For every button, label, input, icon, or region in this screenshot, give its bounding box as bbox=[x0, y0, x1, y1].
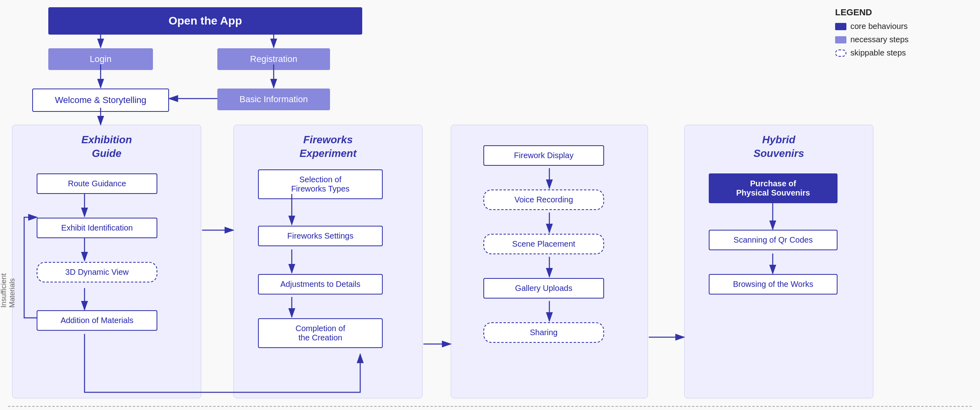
scanning-box: Scanning of Qr Codes bbox=[709, 230, 838, 250]
connection-panel: Firework Display Voice Recording Scene P… bbox=[451, 125, 648, 398]
open-app-bar: Open the App bbox=[48, 7, 362, 35]
hybrid-souvenirs-title: HybridSouvenirs bbox=[685, 133, 873, 161]
diagram-container: Open the App Login Registration Welcome … bbox=[0, 0, 980, 410]
legend-core-icon bbox=[835, 23, 846, 30]
legend-necessary: necessary steps bbox=[835, 35, 968, 44]
exhibit-identification-box: Exhibit Identification bbox=[37, 218, 157, 238]
insufficient-materials-label: InsufficientMaterials bbox=[0, 273, 17, 308]
login-box: Login bbox=[48, 48, 153, 70]
registration-box: Registration bbox=[217, 48, 330, 70]
welcome-box: Welcome & Storytelling bbox=[32, 89, 169, 112]
scene-placement-box: Scene Placement bbox=[483, 234, 604, 254]
legend-necessary-icon bbox=[835, 36, 846, 43]
gallery-uploads-box: Gallery Uploads bbox=[483, 278, 604, 299]
legend-skippable-icon bbox=[835, 49, 846, 57]
bottom-border bbox=[8, 406, 972, 407]
selection-box: Selection ofFireworks Types bbox=[258, 169, 383, 199]
fireworks-experiment-title: FireworksExperiment bbox=[234, 133, 422, 161]
adjustments-box: Adjustments to Details bbox=[258, 274, 383, 295]
completion-box: Completion ofthe Creation bbox=[258, 318, 383, 348]
legend-skippable-label: skippable steps bbox=[850, 48, 906, 58]
addition-materials-box: Addition of Materials bbox=[37, 310, 157, 331]
stimulation-panel: ExhibitionGuide Route Guidance Exhibit I… bbox=[12, 125, 201, 398]
voice-recording-box: Voice Recording bbox=[483, 190, 604, 210]
legend-container: LEGEND core behaviours necessary steps s… bbox=[835, 7, 968, 62]
legend-necessary-label: necessary steps bbox=[850, 35, 909, 44]
exhibition-guide-title: ExhibitionGuide bbox=[12, 133, 201, 161]
route-guidance-box: Route Guidance bbox=[37, 173, 157, 194]
hybrid-panel: HybridSouvenirs Purchase ofPhysical Souv… bbox=[684, 125, 873, 398]
purchase-box: Purchase ofPhysical Souvenirs bbox=[709, 173, 838, 203]
dynamic-view-box: 3D Dynamic View bbox=[37, 262, 157, 282]
legend-core: core behaviours bbox=[835, 22, 968, 31]
browsing-box: Browsing of the Works bbox=[709, 274, 838, 295]
legend-skippable: skippable steps bbox=[835, 48, 968, 58]
legend-core-label: core behaviours bbox=[850, 22, 908, 31]
legend-title: LEGEND bbox=[835, 7, 968, 18]
firework-display-box: Firework Display bbox=[483, 145, 604, 166]
knowledge-panel: FireworksExperiment Selection ofFirework… bbox=[233, 125, 423, 398]
sharing-box: Sharing bbox=[483, 322, 604, 343]
fireworks-settings-box: Fireworks Settings bbox=[258, 226, 383, 246]
basic-info-box: Basic Information bbox=[217, 89, 330, 110]
